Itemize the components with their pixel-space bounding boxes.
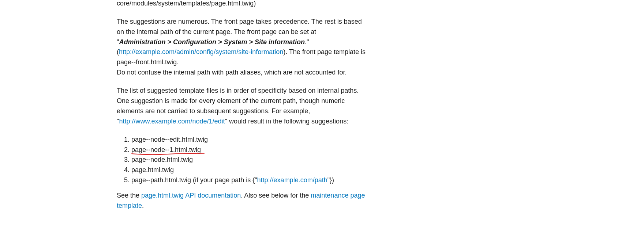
specificity-paragraph: The list of suggested template files is … [117, 86, 366, 127]
suggestions-paragraph: The suggestions are numerous. The front … [117, 17, 366, 78]
list-item: page--node--edit.html.twig [131, 135, 366, 145]
text: "}) [327, 176, 334, 184]
text: " would result in the following suggesti… [225, 118, 349, 125]
text: See the [117, 192, 141, 199]
api-documentation-link[interactable]: page.html.twig API documentation [141, 192, 241, 199]
example-url-link[interactable]: http://www.example.com/node/1/edit [119, 118, 225, 125]
list-item-text: page--node--1.html.twig [131, 146, 201, 153]
see-also-paragraph: See the page.html.twig API documentation… [117, 191, 366, 211]
list-item: page.html.twig [131, 165, 366, 175]
base-template-paragraph: Base template: page.html.twig (base loca… [117, 0, 366, 9]
template-suggestions-list: page--node--edit.html.twig page--node--1… [117, 135, 366, 186]
site-information-link[interactable]: http://example.com/admin/config/system/s… [119, 48, 283, 56]
text: page--path.html.twig (if your page path … [131, 176, 257, 184]
text: . [142, 202, 144, 209]
list-item: page--path.html.twig (if your page path … [131, 175, 366, 186]
list-item: page--node.html.twig [131, 155, 366, 165]
text: Do not confuse the internal path with pa… [117, 69, 347, 76]
list-item: page--node--1.html.twig [131, 145, 366, 155]
article-body: { "p1": { "a": "Base template: ", "b": "… [117, 0, 366, 211]
text: (base location: core/modules/system/temp… [117, 0, 256, 7]
breadcrumb-path: Administration > Configuration > System … [119, 38, 305, 46]
text: . Also see below for the [241, 192, 311, 199]
example-path-link[interactable]: http://example.com/path [257, 176, 327, 184]
